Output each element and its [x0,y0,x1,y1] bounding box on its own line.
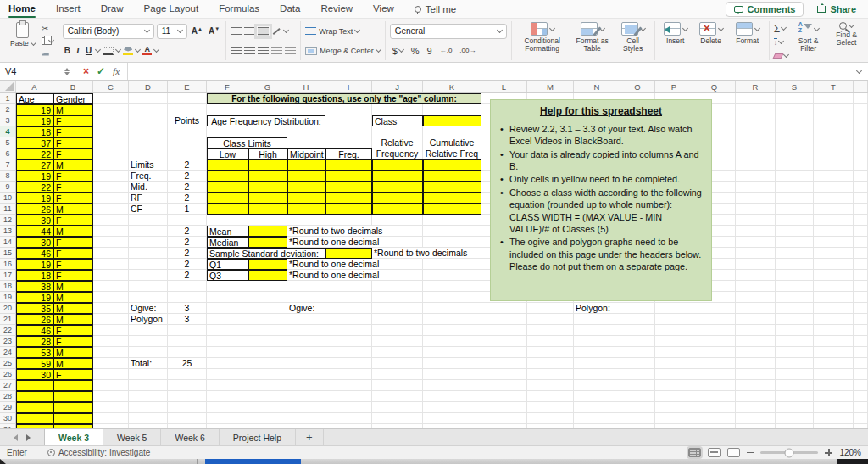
accessibility-status[interactable]: Accessibility: Investigate [47,448,150,457]
menu-home[interactable]: Home [8,1,36,17]
cell-B4[interactable]: F [53,126,93,137]
cell-D21[interactable]: Polygon [129,314,168,325]
cell-O30[interactable] [620,413,655,424]
fill-button[interactable]: ↓ [774,36,788,48]
cell-T27[interactable] [814,380,854,391]
cell-T26[interactable] [814,369,854,380]
cell-S5[interactable] [776,137,814,148]
cell-J6[interactable]: Frequency [372,148,423,159]
cell-B2[interactable]: M [53,104,93,115]
font-name-select[interactable]: Calibri (Body) [63,24,154,39]
row-header-29[interactable]: 29 [0,402,16,413]
cell-T19[interactable] [814,292,854,303]
cell-K22[interactable] [423,325,481,336]
cell-D8[interactable]: Freq. [129,171,168,182]
merge-center-button[interactable]: Merge & Center [305,41,381,60]
cell-F4[interactable] [207,126,248,137]
cell-N26[interactable] [574,369,620,380]
cell-S28[interactable] [776,391,814,402]
menu-draw[interactable]: Draw [101,1,124,17]
page-break-view-button[interactable] [727,448,740,457]
cell-L25[interactable] [481,358,527,369]
cell-R16[interactable] [736,259,776,270]
cell-D22[interactable] [129,325,168,336]
row-header-1[interactable]: 1 [0,93,16,104]
cell-H12[interactable] [287,215,326,226]
cell-U18[interactable] [854,281,868,292]
cell-G2[interactable] [248,104,287,115]
cell-K26[interactable] [423,369,481,380]
cell-L31[interactable] [481,424,527,428]
cell-P28[interactable] [655,391,693,402]
cell-I19[interactable] [326,292,372,303]
row-header-15[interactable]: 15 [0,248,16,259]
cell-U25[interactable] [854,358,868,369]
cell-S2[interactable] [776,104,814,115]
font-size-select[interactable]: 11 [157,24,187,39]
cell-R2[interactable] [736,104,776,115]
cell-J5[interactable]: Relative [372,137,423,148]
cell-C31[interactable] [93,424,129,428]
cell-J31[interactable] [372,424,423,428]
cell-U31[interactable] [854,424,868,428]
cell-B15[interactable]: F [53,248,93,259]
cell-L21[interactable] [481,314,527,325]
cell-A5[interactable]: 37 [16,137,53,148]
cell-T4[interactable] [814,126,854,137]
cell-C13[interactable] [93,226,129,237]
cell-T8[interactable] [814,171,854,182]
cell-G17[interactable] [248,270,287,281]
cell-E28[interactable] [168,391,207,402]
cell-K12[interactable] [423,215,481,226]
cell-A27[interactable] [16,380,53,391]
cell-C20[interactable] [93,303,129,314]
cell-Q30[interactable] [693,413,736,424]
row-header-11[interactable]: 11 [0,204,16,215]
cell-P22[interactable] [655,325,693,336]
cell-J4[interactable] [372,126,423,137]
cell-K13[interactable] [423,226,481,237]
cell-T12[interactable] [814,215,854,226]
cell-G7[interactable] [248,159,287,171]
cell-U19[interactable] [854,292,868,303]
cell-F14[interactable]: Median [207,237,248,248]
cell-R30[interactable] [736,413,776,424]
cell-D27[interactable] [129,380,168,391]
cell-S16[interactable] [776,259,814,270]
cell-I5[interactable] [326,137,372,148]
cell-E12[interactable] [168,215,207,226]
help-textbox[interactable]: Help for this spreadsheet Review 2.2, 3.… [490,99,712,301]
cell-K7[interactable] [423,159,481,171]
cell-F27[interactable] [207,380,248,391]
cell-F8[interactable] [207,171,248,182]
cell-G22[interactable] [248,325,287,336]
add-sheet-button[interactable]: + [296,429,324,445]
cell-L29[interactable] [481,402,527,413]
cell-P23[interactable] [655,336,693,347]
cancel-button[interactable]: × [83,65,89,77]
cell-M22[interactable] [527,325,574,336]
cell-O26[interactable] [620,369,655,380]
cell-I29[interactable] [326,402,372,413]
cell-E2[interactable] [168,104,207,115]
zoom-out-icon[interactable] [747,452,754,454]
increase-indent-button[interactable] [285,47,296,55]
cell-B18[interactable]: M [53,281,93,292]
cell-B9[interactable]: F [53,182,93,193]
cell-A20[interactable]: 35 [16,303,53,314]
row-header-18[interactable]: 18 [0,281,16,292]
cell-Q27[interactable] [693,380,736,391]
tab-week-5[interactable]: Week 5 [103,429,161,445]
cell-M29[interactable] [527,402,574,413]
cell-C14[interactable] [93,237,129,248]
cell-R26[interactable] [736,369,776,380]
cell-T1[interactable] [814,93,854,104]
cell-H13[interactable]: *Round to two decimals [287,226,326,237]
cell-B12[interactable]: F [53,215,93,226]
col-header-H[interactable]: H [287,81,326,92]
cell-F24[interactable] [207,347,248,358]
cell-I27[interactable] [326,380,372,391]
cell-T29[interactable] [814,402,854,413]
cell-J7[interactable] [372,159,423,171]
cell-R10[interactable] [736,193,776,204]
